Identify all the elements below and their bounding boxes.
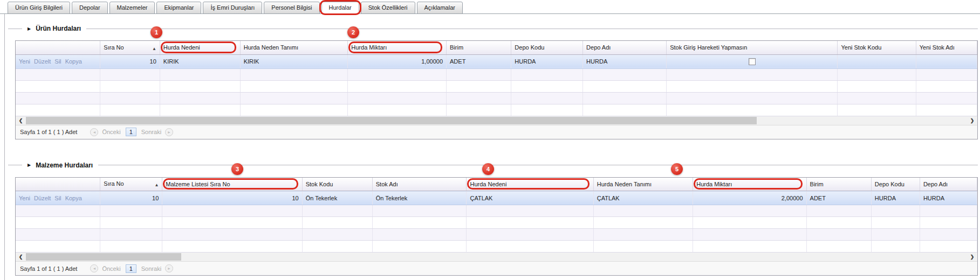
cell-hurda-nedeni: ÇATLAK xyxy=(467,191,593,205)
section-malzeme-hurdalari: ▶ Malzeme Hurdaları 3 4 5 xyxy=(8,139,978,276)
tab-hurdalar-active[interactable]: Hurdalar xyxy=(321,2,359,14)
row-actions: Yeni Düzelt Sil Kopya xyxy=(16,54,100,68)
tab-malzemeler[interactable]: Malzemeler xyxy=(109,2,155,14)
annotation-badge-5: 5 xyxy=(671,163,683,175)
tab-ekipmanlar[interactable]: Ekipmanlar xyxy=(156,2,201,14)
tab-content-panel: ▶ Ürün Hurdaları 1 2 xyxy=(4,14,980,280)
tab-aciklamalar[interactable]: Açıklamalar xyxy=(417,2,463,14)
column-label: Sıra No xyxy=(104,180,124,187)
collapse-arrow-icon[interactable]: ▶ xyxy=(28,163,31,167)
sil-link[interactable]: Sil xyxy=(54,58,61,65)
col-hurda-neden-tanimi[interactable]: Hurda Neden Tanımı xyxy=(240,41,348,54)
scroll-left-icon[interactable]: ❮ xyxy=(16,116,25,125)
header-row: Sıra No ▲ Malzeme Listesi Sıra No Stok K… xyxy=(16,178,977,191)
scrollbar-thumb[interactable] xyxy=(26,117,757,124)
pager-next-button[interactable]: Sonraki xyxy=(141,265,161,272)
malzeme-hurdalari-table: Sıra No ▲ Malzeme Listesi Sıra No Stok K… xyxy=(16,178,977,253)
tab-stok-ozellikleri[interactable]: Stok Özellikleri xyxy=(361,2,415,14)
table-row-empty xyxy=(16,229,977,241)
col-depo-adi[interactable]: Depo Adı xyxy=(920,178,977,191)
pager-next-icon[interactable]: ► xyxy=(165,128,173,136)
col-sira-no[interactable]: Sıra No ▲ xyxy=(100,41,160,54)
table-row-empty xyxy=(16,241,977,253)
kopya-link[interactable]: Kopya xyxy=(65,58,82,65)
col-hurda-miktari[interactable]: Hurda Miktarı xyxy=(693,178,806,191)
column-label: Sıra No xyxy=(104,44,124,51)
tab-depolar[interactable]: Depolar xyxy=(72,2,108,14)
pager-summary: Sayfa 1 of 1 ( 1 ) Adet xyxy=(20,265,77,272)
horizontal-scrollbar[interactable]: ❮ ❯ xyxy=(16,116,977,125)
yeni-link[interactable]: Yeni xyxy=(19,58,30,65)
cell-stok-kodu: Ön Tekerlek xyxy=(302,191,372,205)
table-row-empty xyxy=(16,80,977,92)
cell-hurda-neden-tanimi: ÇATLAK xyxy=(593,191,693,205)
cell-birim: ADET xyxy=(806,191,871,205)
pager-page-1[interactable]: 1 xyxy=(126,264,136,273)
yeni-link[interactable]: Yeni xyxy=(19,195,30,201)
stok-giris-checkbox[interactable] xyxy=(749,58,756,65)
divider xyxy=(98,165,978,165)
scroll-right-icon[interactable]: ❯ xyxy=(968,253,977,261)
column-label: Hurda Miktarı xyxy=(696,181,732,187)
tab-is-emri-duruslari[interactable]: İş Emri Duruşları xyxy=(203,2,262,14)
col-yeni-stok-adi[interactable]: Yeni Stok Adı xyxy=(916,41,977,54)
col-hurda-miktari[interactable]: Hurda Miktarı xyxy=(348,41,447,54)
annotation-badge-4: 4 xyxy=(482,163,494,175)
cell-yeni-stok-kodu xyxy=(838,54,916,68)
pager-prev-icon[interactable]: ◄ xyxy=(90,264,98,272)
col-yeni-stok-kodu[interactable]: Yeni Stok Kodu xyxy=(838,41,916,54)
divider xyxy=(8,165,22,165)
pager-page-1[interactable]: 1 xyxy=(126,128,136,136)
pager-next-icon[interactable]: ► xyxy=(165,264,173,272)
cell-hurda-neden-tanimi: KIRIK xyxy=(240,54,348,68)
collapse-arrow-icon[interactable]: ▶ xyxy=(28,26,31,31)
annotation-badge-2: 2 xyxy=(347,26,359,38)
tab-personel-bilgisi[interactable]: Personel Bilgisi xyxy=(264,2,319,14)
col-birim[interactable]: Birim xyxy=(806,178,871,191)
table-row-selected[interactable]: Yeni Düzelt Sil Kopya 10 10 Ön Tekerlek … xyxy=(16,191,977,205)
col-hurda-neden-tanimi[interactable]: Hurda Neden Tanımı xyxy=(593,178,693,191)
divider xyxy=(86,29,978,29)
col-sira-no[interactable]: Sıra No ▲ xyxy=(100,178,162,191)
cell-hurda-miktari: 1,00000 xyxy=(348,54,447,68)
column-label: Hurda Nedeni xyxy=(470,181,506,187)
pager: Sayfa 1 of 1 ( 1 ) Adet ◄ Önceki 1 Sonra… xyxy=(16,262,977,275)
table-row-empty xyxy=(16,217,977,229)
column-label: Hurda Nedeni xyxy=(163,44,200,51)
col-hurda-nedeni[interactable]: Hurda Nedeni xyxy=(467,178,593,191)
tab-urun-giris-bilgileri[interactable]: Ürün Giriş Bilgileri xyxy=(8,2,70,14)
pager-next-button[interactable]: Sonraki xyxy=(141,129,161,135)
col-birim[interactable]: Birim xyxy=(447,41,511,54)
col-stok-giris-hareketi[interactable]: Stok Giriş Hareketi Yapmasın xyxy=(667,41,838,54)
grid-malzeme-hurdalari: 3 4 5 Sıra No xyxy=(15,177,978,276)
scroll-right-icon[interactable]: ❯ xyxy=(968,116,977,125)
col-depo-adi[interactable]: Depo Adı xyxy=(583,41,667,54)
pager-prev-icon[interactable]: ◄ xyxy=(90,128,98,136)
cell-sira-no: 10 xyxy=(100,54,160,68)
pager-prev-button[interactable]: Önceki xyxy=(102,129,120,135)
scrollbar-thumb[interactable] xyxy=(26,253,181,261)
section-title: Malzeme Hurdaları xyxy=(36,162,93,169)
kopya-link[interactable]: Kopya xyxy=(65,195,82,201)
col-hurda-nedeni[interactable]: Hurda Nedeni xyxy=(160,41,240,54)
sil-link[interactable]: Sil xyxy=(54,195,61,201)
col-malzeme-listesi-sira-no[interactable]: Malzeme Listesi Sıra No xyxy=(162,178,302,191)
scroll-left-icon[interactable]: ❮ xyxy=(16,253,25,261)
sort-asc-icon: ▲ xyxy=(154,183,159,187)
cell-depo-kodu: HURDA xyxy=(511,54,583,68)
horizontal-scrollbar[interactable]: ❮ ❯ xyxy=(16,253,977,262)
pager-prev-button[interactable]: Önceki xyxy=(102,265,120,272)
section-title: Ürün Hurdaları xyxy=(36,25,81,32)
duzelt-link[interactable]: Düzelt xyxy=(34,195,51,201)
column-label: Malzeme Listesi Sıra No xyxy=(166,181,230,187)
col-depo-kodu[interactable]: Depo Kodu xyxy=(511,41,583,54)
table-row-empty xyxy=(16,205,977,217)
row-actions: Yeni Düzelt Sil Kopya xyxy=(16,191,100,205)
table-row-selected[interactable]: Yeni Düzelt Sil Kopya 10 KIRIK KIRIK 1,0… xyxy=(16,54,977,68)
col-depo-kodu[interactable]: Depo Kodu xyxy=(871,178,920,191)
cell-stok-giris-hareketi xyxy=(667,54,838,68)
duzelt-link[interactable]: Düzelt xyxy=(34,58,51,65)
sort-asc-icon: ▲ xyxy=(152,46,156,51)
col-stok-kodu[interactable]: Stok Kodu xyxy=(302,178,372,191)
col-stok-adi[interactable]: Stok Adı xyxy=(372,178,467,191)
